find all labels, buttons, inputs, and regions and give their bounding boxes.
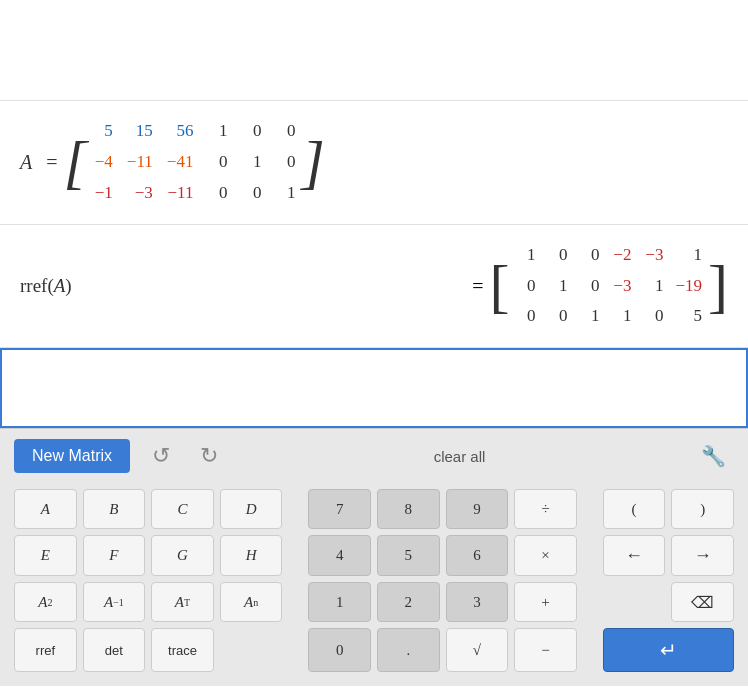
key-0[interactable]: 0 xyxy=(308,628,371,672)
key-sqrt[interactable]: √ xyxy=(446,628,509,672)
rref-cell: −3 xyxy=(611,272,631,301)
keypad: A B C D 7 8 9 ÷ ( ) E F G H 4 5 6 × ← → … xyxy=(0,483,748,686)
matrix-cell: 0 xyxy=(241,179,261,208)
key-A-inverse[interactable]: A−1 xyxy=(83,582,146,622)
rref-label: rref(A) xyxy=(20,275,72,297)
matrix-cell: −41 xyxy=(167,148,194,177)
rref-cell: 0 xyxy=(547,241,567,270)
key-E[interactable]: E xyxy=(14,535,77,576)
key-1[interactable]: 1 xyxy=(308,582,371,622)
key-dot[interactable]: . xyxy=(377,628,440,672)
matrix-cell: 1 xyxy=(207,117,227,146)
matrix-cell: 5 xyxy=(93,117,113,146)
key-rparen[interactable]: ) xyxy=(671,489,734,529)
rref-cell: 0 xyxy=(643,302,663,331)
key-minus[interactable]: − xyxy=(514,628,577,672)
undo-button[interactable]: ↺ xyxy=(144,439,178,473)
rref-cell: −3 xyxy=(643,241,663,270)
matrix-a-grid: 5 15 56 1 0 0 −4 −11 −41 0 1 0 −1 −3 −11… xyxy=(87,115,302,210)
key-backspace[interactable]: ⌫ xyxy=(671,582,734,622)
rref-equals: = xyxy=(472,275,483,298)
key-right-arrow[interactable]: → xyxy=(671,535,734,576)
key-7[interactable]: 7 xyxy=(308,489,371,529)
settings-button[interactable]: 🔧 xyxy=(693,440,734,472)
matrix-cell: 0 xyxy=(275,148,295,177)
matrix-a-bracket: [ 5 15 56 1 0 0 −4 −11 −41 0 1 0 −1 −3 −… xyxy=(64,115,325,210)
matrix-cell: −4 xyxy=(93,148,113,177)
matrix-cell: −1 xyxy=(93,179,113,208)
key-2[interactable]: 2 xyxy=(377,582,440,622)
key-B[interactable]: B xyxy=(83,489,146,529)
matrix-cell: 1 xyxy=(241,148,261,177)
key-A-transpose[interactable]: AT xyxy=(151,582,214,622)
matrix-a-display: A = [ 5 15 56 1 0 0 −4 −11 −41 0 1 0 −1 xyxy=(0,100,748,225)
key-lparen[interactable]: ( xyxy=(603,489,666,529)
matrix-cell: 56 xyxy=(167,117,194,146)
matrix-a-equals: = xyxy=(46,151,57,174)
key-A-squared[interactable]: A2 xyxy=(14,582,77,622)
rref-cell: 0 xyxy=(547,302,567,331)
key-trace[interactable]: trace xyxy=(151,628,214,672)
key-5[interactable]: 5 xyxy=(377,535,440,576)
key-6[interactable]: 6 xyxy=(446,535,509,576)
rref-cell: 1 xyxy=(643,272,663,301)
matrix-cell: 0 xyxy=(241,117,261,146)
rref-cell: 0 xyxy=(515,272,535,301)
matrix-cell: −11 xyxy=(167,179,194,208)
key-det[interactable]: det xyxy=(83,628,146,672)
matrix-cell: 0 xyxy=(207,148,227,177)
matrix-cell: 0 xyxy=(275,117,295,146)
key-H[interactable]: H xyxy=(220,535,283,576)
matrix-cell: −3 xyxy=(127,179,153,208)
key-rref[interactable]: rref xyxy=(14,628,77,672)
key-multiply[interactable]: × xyxy=(514,535,577,576)
redo-button[interactable]: ↻ xyxy=(192,439,226,473)
matrix-cell: 1 xyxy=(275,179,295,208)
rref-display: rref(A) = [ 1 0 0 −2 −3 1 0 1 0 −3 1 −19 xyxy=(0,225,748,349)
rref-cell: 1 xyxy=(547,272,567,301)
top-whitespace xyxy=(0,0,748,100)
key-9[interactable]: 9 xyxy=(446,489,509,529)
toolbar-left: New Matrix ↺ ↻ xyxy=(14,439,226,473)
key-3[interactable]: 3 xyxy=(446,582,509,622)
clear-all-button[interactable]: clear all xyxy=(426,444,494,469)
toolbar: New Matrix ↺ ↻ clear all 🔧 xyxy=(0,428,748,483)
input-area[interactable] xyxy=(0,348,748,428)
rref-cell: 1 xyxy=(579,302,599,331)
key-A[interactable]: A xyxy=(14,489,77,529)
rref-cell: 1 xyxy=(675,241,702,270)
key-enter[interactable]: ↵ xyxy=(603,628,734,672)
matrix-cell: −11 xyxy=(127,148,153,177)
key-4[interactable]: 4 xyxy=(308,535,371,576)
rref-cell: 1 xyxy=(515,241,535,270)
key-G[interactable]: G xyxy=(151,535,214,576)
key-divide[interactable]: ÷ xyxy=(514,489,577,529)
matrix-cell: 0 xyxy=(207,179,227,208)
rref-cell: −2 xyxy=(611,241,631,270)
rref-result: = [ 1 0 0 −2 −3 1 0 1 0 −3 1 −19 0 0 xyxy=(466,239,728,334)
key-left-arrow[interactable]: ← xyxy=(603,535,666,576)
new-matrix-button[interactable]: New Matrix xyxy=(14,439,130,473)
key-D[interactable]: D xyxy=(220,489,283,529)
key-C[interactable]: C xyxy=(151,489,214,529)
rref-cell: −19 xyxy=(675,272,702,301)
matrix-cell: 15 xyxy=(127,117,153,146)
key-F[interactable]: F xyxy=(83,535,146,576)
matrix-a-label: A xyxy=(20,151,32,174)
rref-cell: 5 xyxy=(675,302,702,331)
rref-cell: 0 xyxy=(579,272,599,301)
rref-cell: 0 xyxy=(515,302,535,331)
key-A-n[interactable]: An xyxy=(220,582,283,622)
rref-matrix-grid: 1 0 0 −2 −3 1 0 1 0 −3 1 −19 0 0 1 1 0 5 xyxy=(509,239,708,334)
rref-cell: 0 xyxy=(579,241,599,270)
key-8[interactable]: 8 xyxy=(377,489,440,529)
key-plus[interactable]: + xyxy=(514,582,577,622)
rref-cell: 1 xyxy=(611,302,631,331)
